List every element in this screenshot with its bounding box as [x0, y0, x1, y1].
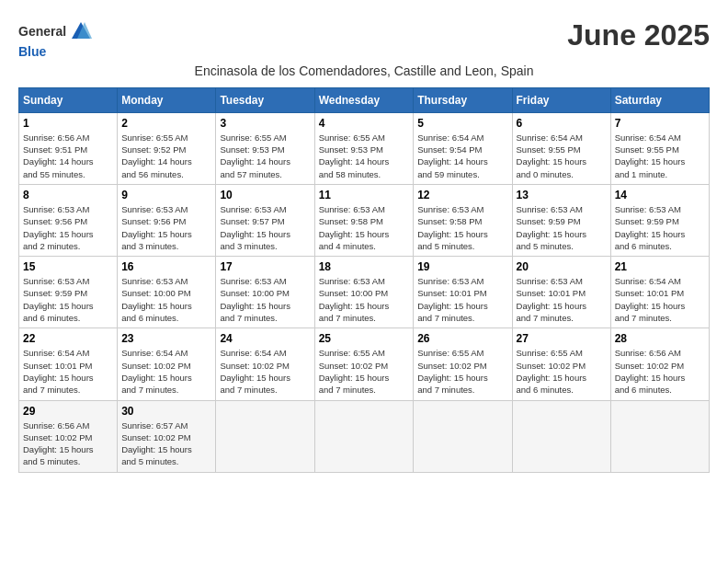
day-info: Sunrise: 6:53 AMSunset: 10:01 PMDaylight…	[417, 275, 507, 324]
day-number: 4	[319, 117, 410, 130]
day-info: Sunrise: 6:53 AMSunset: 9:58 PMDaylight:…	[417, 203, 507, 252]
day-number: 11	[319, 189, 410, 201]
calendar-cell: 17Sunrise: 6:53 AMSunset: 10:00 PMDaylig…	[216, 257, 314, 328]
calendar-cell: 21Sunrise: 6:54 AMSunset: 10:01 PMDaylig…	[610, 257, 709, 328]
calendar-cell: 13Sunrise: 6:53 AMSunset: 9:59 PMDayligh…	[512, 184, 610, 256]
calendar-week-row: 1Sunrise: 6:56 AMSunset: 9:51 PMDaylight…	[19, 112, 710, 184]
calendar-cell: 29Sunrise: 6:56 AMSunset: 10:02 PMDaylig…	[19, 400, 118, 472]
day-info: Sunrise: 6:54 AMSunset: 10:02 PMDaylight…	[220, 347, 310, 396]
day-number: 8	[23, 189, 113, 201]
day-header-friday: Friday	[512, 87, 610, 112]
calendar-cell: 20Sunrise: 6:53 AMSunset: 10:01 PMDaylig…	[512, 257, 610, 328]
calendar-cell: 22Sunrise: 6:54 AMSunset: 10:01 PMDaylig…	[19, 328, 118, 400]
calendar-cell: 3Sunrise: 6:55 AMSunset: 9:53 PMDaylight…	[216, 112, 314, 184]
day-number: 23	[121, 332, 211, 345]
calendar-cell: 28Sunrise: 6:56 AMSunset: 10:02 PMDaylig…	[610, 328, 709, 400]
day-number: 7	[615, 117, 705, 130]
day-number: 9	[121, 189, 211, 201]
calendar-cell: 9Sunrise: 6:53 AMSunset: 9:56 PMDaylight…	[118, 184, 216, 256]
day-info: Sunrise: 6:53 AMSunset: 9:56 PMDaylight:…	[121, 203, 211, 252]
day-info: Sunrise: 6:55 AMSunset: 9:53 PMDaylight:…	[319, 132, 410, 180]
day-number: 5	[417, 117, 507, 130]
calendar-cell: 7Sunrise: 6:54 AMSunset: 9:55 PMDaylight…	[610, 112, 709, 184]
calendar-cell	[512, 400, 610, 472]
day-number: 1	[23, 117, 113, 130]
calendar-cell: 12Sunrise: 6:53 AMSunset: 9:58 PMDayligh…	[414, 184, 512, 256]
day-number: 29	[23, 405, 113, 418]
day-info: Sunrise: 6:55 AMSunset: 10:02 PMDaylight…	[319, 347, 410, 396]
calendar-cell	[610, 400, 709, 472]
calendar: SundayMondayTuesdayWednesdayThursdayFrid…	[18, 87, 710, 473]
day-info: Sunrise: 6:54 AMSunset: 9:55 PMDaylight:…	[517, 132, 607, 180]
calendar-cell: 30Sunrise: 6:57 AMSunset: 10:02 PMDaylig…	[118, 400, 216, 472]
day-header-sunday: Sunday	[19, 87, 118, 112]
day-info: Sunrise: 6:56 AMSunset: 10:02 PMDaylight…	[23, 419, 113, 468]
day-info: Sunrise: 6:53 AMSunset: 10:00 PMDaylight…	[319, 275, 410, 324]
day-info: Sunrise: 6:56 AMSunset: 10:02 PMDaylight…	[615, 347, 705, 396]
calendar-cell: 8Sunrise: 6:53 AMSunset: 9:56 PMDaylight…	[19, 184, 118, 256]
header: General Blue June 2025	[18, 18, 710, 60]
day-header-thursday: Thursday	[414, 87, 512, 112]
day-info: Sunrise: 6:53 AMSunset: 9:59 PMDaylight:…	[23, 275, 113, 324]
day-info: Sunrise: 6:55 AMSunset: 9:53 PMDaylight:…	[220, 132, 310, 180]
day-number: 22	[23, 332, 113, 345]
day-header-monday: Monday	[118, 87, 216, 112]
day-number: 13	[517, 189, 607, 201]
day-info: Sunrise: 6:54 AMSunset: 9:54 PMDaylight:…	[417, 132, 507, 180]
day-number: 2	[121, 117, 211, 130]
logo-blue-text: Blue	[18, 44, 94, 60]
calendar-cell: 11Sunrise: 6:53 AMSunset: 9:58 PMDayligh…	[314, 184, 414, 256]
day-number: 27	[517, 332, 607, 345]
calendar-cell: 16Sunrise: 6:53 AMSunset: 10:00 PMDaylig…	[118, 257, 216, 328]
day-number: 28	[615, 332, 705, 345]
day-info: Sunrise: 6:57 AMSunset: 10:02 PMDaylight…	[121, 419, 211, 468]
day-number: 21	[615, 260, 705, 273]
day-header-saturday: Saturday	[610, 87, 709, 112]
day-number: 26	[417, 332, 507, 345]
calendar-cell: 14Sunrise: 6:53 AMSunset: 9:59 PMDayligh…	[610, 184, 709, 256]
calendar-week-row: 15Sunrise: 6:53 AMSunset: 9:59 PMDayligh…	[19, 257, 710, 328]
day-number: 17	[220, 260, 310, 273]
subtitle: Encinasola de los Comendadores, Castille…	[18, 63, 710, 78]
calendar-cell: 18Sunrise: 6:53 AMSunset: 10:00 PMDaylig…	[314, 257, 414, 328]
calendar-cell: 23Sunrise: 6:54 AMSunset: 10:02 PMDaylig…	[118, 328, 216, 400]
calendar-cell: 4Sunrise: 6:55 AMSunset: 9:53 PMDaylight…	[314, 112, 414, 184]
day-info: Sunrise: 6:53 AMSunset: 10:01 PMDaylight…	[517, 275, 607, 324]
day-number: 14	[615, 189, 705, 201]
day-number: 15	[23, 260, 113, 273]
day-number: 10	[220, 189, 310, 201]
day-info: Sunrise: 6:54 AMSunset: 9:55 PMDaylight:…	[615, 132, 705, 180]
day-info: Sunrise: 6:55 AMSunset: 9:52 PMDaylight:…	[121, 132, 211, 180]
day-info: Sunrise: 6:53 AMSunset: 9:59 PMDaylight:…	[615, 203, 705, 252]
calendar-cell: 1Sunrise: 6:56 AMSunset: 9:51 PMDaylight…	[19, 112, 118, 184]
day-info: Sunrise: 6:53 AMSunset: 9:57 PMDaylight:…	[220, 203, 310, 252]
calendar-cell: 5Sunrise: 6:54 AMSunset: 9:54 PMDaylight…	[414, 112, 512, 184]
day-info: Sunrise: 6:53 AMSunset: 9:58 PMDaylight:…	[319, 203, 410, 252]
day-number: 18	[319, 260, 410, 273]
calendar-cell: 27Sunrise: 6:55 AMSunset: 10:02 PMDaylig…	[512, 328, 610, 400]
logo-icon	[68, 18, 94, 44]
calendar-cell: 6Sunrise: 6:54 AMSunset: 9:55 PMDaylight…	[512, 112, 610, 184]
day-info: Sunrise: 6:53 AMSunset: 9:59 PMDaylight:…	[517, 203, 607, 252]
day-info: Sunrise: 6:55 AMSunset: 10:02 PMDaylight…	[517, 347, 607, 396]
day-number: 30	[121, 405, 211, 418]
calendar-cell	[216, 400, 314, 472]
logo: General Blue	[18, 18, 94, 60]
day-number: 20	[517, 260, 607, 273]
calendar-cell	[314, 400, 414, 472]
day-number: 6	[517, 117, 607, 130]
month-title: June 2025	[567, 18, 710, 52]
day-header-tuesday: Tuesday	[216, 87, 314, 112]
day-info: Sunrise: 6:54 AMSunset: 10:01 PMDaylight…	[615, 275, 705, 324]
calendar-week-row: 22Sunrise: 6:54 AMSunset: 10:01 PMDaylig…	[19, 328, 710, 400]
day-info: Sunrise: 6:53 AMSunset: 10:00 PMDaylight…	[121, 275, 211, 324]
calendar-cell: 15Sunrise: 6:53 AMSunset: 9:59 PMDayligh…	[19, 257, 118, 328]
calendar-cell: 26Sunrise: 6:55 AMSunset: 10:02 PMDaylig…	[414, 328, 512, 400]
calendar-week-row: 29Sunrise: 6:56 AMSunset: 10:02 PMDaylig…	[19, 400, 710, 472]
calendar-cell: 24Sunrise: 6:54 AMSunset: 10:02 PMDaylig…	[216, 328, 314, 400]
day-number: 25	[319, 332, 410, 345]
day-number: 24	[220, 332, 310, 345]
calendar-cell: 25Sunrise: 6:55 AMSunset: 10:02 PMDaylig…	[314, 328, 414, 400]
calendar-cell: 2Sunrise: 6:55 AMSunset: 9:52 PMDaylight…	[118, 112, 216, 184]
calendar-week-row: 8Sunrise: 6:53 AMSunset: 9:56 PMDaylight…	[19, 184, 710, 256]
